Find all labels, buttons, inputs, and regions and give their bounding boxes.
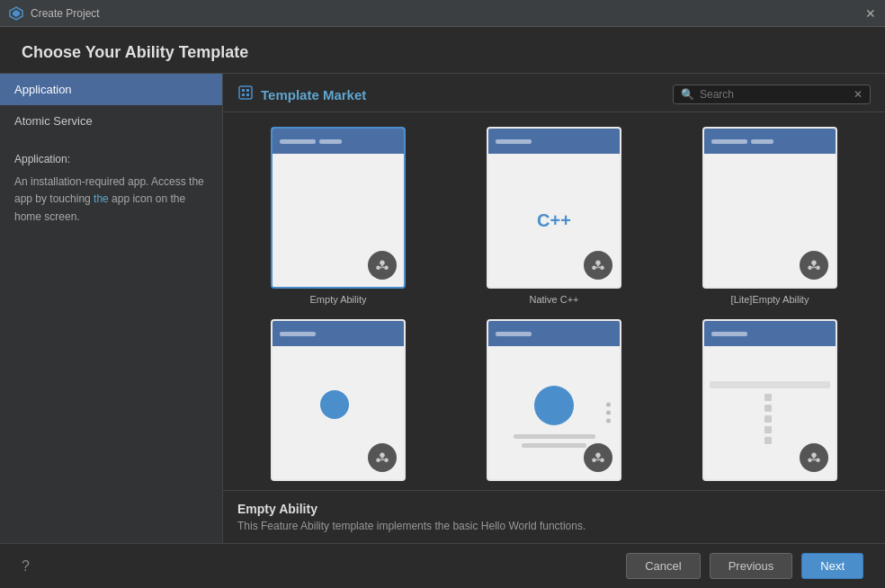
svg-point-20	[808, 265, 812, 270]
card-dot	[606, 411, 611, 415]
svg-point-21	[816, 265, 820, 270]
templates-scroll[interactable]: Empty Ability C++	[223, 112, 885, 490]
card-row	[514, 434, 595, 439]
svg-point-7	[380, 261, 384, 265]
svg-point-26	[376, 458, 380, 462]
dialog-footer: ? Cancel Previous Next	[0, 543, 885, 588]
svg-point-27	[384, 458, 389, 462]
card-body: C++	[488, 154, 620, 287]
card-dot	[606, 403, 611, 407]
card-header	[488, 129, 620, 154]
svg-point-31	[595, 453, 600, 458]
main-header: Template Market 🔍 ✕	[223, 74, 885, 112]
template-overlay-icon	[368, 251, 397, 280]
list-item	[764, 405, 775, 412]
list-square	[764, 426, 772, 433]
sidebar-item-atomic-service[interactable]: Atomic Service	[0, 105, 222, 137]
card-body	[273, 346, 404, 479]
template-card-4[interactable]	[271, 319, 406, 481]
svg-rect-2	[239, 86, 252, 99]
header-bar-small	[751, 139, 773, 144]
sidebar: Application Atomic Service Application: …	[0, 74, 223, 543]
card-header	[273, 321, 404, 346]
dialog: Choose Your Ability Template Application…	[0, 27, 885, 588]
template-item-6[interactable]	[669, 319, 871, 486]
svg-point-13	[595, 261, 600, 265]
previous-button[interactable]: Previous	[710, 553, 793, 579]
header-bar	[711, 332, 747, 336]
template-item-native-cpp[interactable]: C++ Native C++	[453, 127, 655, 305]
list-item	[764, 426, 775, 433]
list-item	[764, 437, 775, 444]
description-text: An installation-required app. Access the…	[14, 174, 208, 226]
template-card-lite-empty[interactable]	[702, 127, 837, 289]
card-circle-large	[534, 386, 574, 425]
card-body	[704, 346, 836, 479]
market-icon	[237, 85, 254, 104]
svg-point-25	[380, 453, 384, 458]
title-bar-text: Create Project	[31, 7, 865, 20]
svg-point-32	[592, 458, 596, 462]
card-header	[704, 321, 836, 346]
card-row	[522, 443, 586, 448]
info-panel: Empty Ability This Feature Ability templ…	[223, 490, 885, 543]
template-overlay-icon	[800, 251, 828, 280]
template-grid: Empty Ability C++	[237, 127, 871, 486]
info-description: This Feature Ability template implements…	[237, 520, 871, 532]
header-bar-small	[319, 139, 342, 144]
header-bar	[496, 332, 532, 336]
svg-point-19	[811, 261, 816, 265]
template-item-4[interactable]	[237, 319, 439, 486]
template-label-lite-empty: [Lite]Empty Ability	[731, 294, 809, 305]
template-card-5[interactable]	[487, 319, 621, 481]
list-square	[764, 394, 772, 401]
template-overlay-icon	[800, 443, 828, 472]
header-bar	[280, 332, 316, 336]
template-card-6[interactable]	[702, 319, 837, 481]
search-clear-icon[interactable]: ✕	[854, 88, 863, 101]
template-item-5[interactable]	[453, 319, 655, 486]
svg-rect-6	[246, 94, 249, 96]
search-input[interactable]	[700, 88, 848, 101]
card-header	[704, 129, 836, 154]
svg-marker-1	[13, 10, 20, 17]
card-search-bar	[710, 381, 830, 388]
header-left: Template Market	[237, 85, 366, 104]
search-box[interactable]: 🔍 ✕	[673, 85, 871, 104]
svg-point-15	[600, 265, 604, 270]
template-label-empty-ability: Empty Ability	[310, 294, 367, 305]
svg-rect-3	[242, 89, 245, 92]
template-item-empty-ability[interactable]: Empty Ability	[237, 127, 439, 305]
cancel-button[interactable]: Cancel	[626, 553, 700, 579]
card-header	[273, 129, 404, 154]
list-item	[764, 394, 775, 401]
help-icon[interactable]: ?	[22, 558, 617, 575]
svg-point-38	[808, 458, 812, 462]
template-overlay-icon	[368, 443, 397, 472]
card-circle	[320, 390, 349, 419]
card-body-rows	[331, 192, 345, 250]
app-icon	[9, 6, 23, 21]
template-card-empty-ability[interactable]	[271, 127, 406, 289]
template-card-native-cpp[interactable]: C++	[487, 127, 621, 289]
card-body-rows	[763, 200, 777, 241]
template-item-lite-empty[interactable]: [Lite]Empty Ability	[669, 127, 871, 305]
header-bar	[496, 139, 532, 144]
card-list	[764, 394, 775, 444]
card-body	[273, 154, 404, 287]
list-square	[764, 415, 772, 423]
template-overlay-icon	[584, 443, 612, 472]
svg-point-39	[816, 458, 820, 462]
close-button[interactable]: ✕	[865, 6, 876, 21]
description-link[interactable]: the	[94, 192, 109, 205]
next-button[interactable]: Next	[801, 553, 863, 579]
search-icon: 🔍	[681, 88, 694, 101]
cpp-label: C++	[537, 210, 571, 231]
list-square	[764, 437, 772, 444]
svg-point-9	[384, 265, 389, 270]
dialog-title: Choose Your Ability Template	[0, 27, 885, 74]
svg-point-37	[811, 453, 816, 458]
card-dot	[606, 419, 611, 423]
market-title: Template Market	[261, 87, 366, 102]
sidebar-item-application[interactable]: Application	[0, 74, 222, 105]
